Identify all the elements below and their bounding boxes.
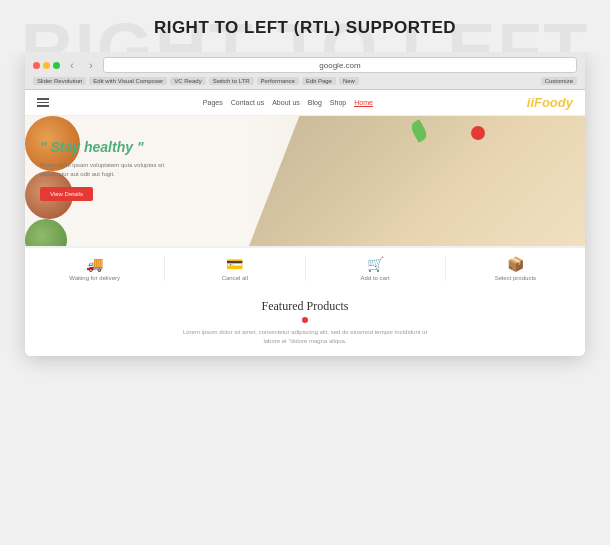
- nav-contact[interactable]: Contact us: [231, 99, 264, 107]
- feature-select-label: Select products: [495, 275, 536, 281]
- browser-mockup: ‹ › google.com Slider Revolution Edit wi…: [25, 52, 585, 356]
- toolbar-customize[interactable]: Customize: [541, 77, 577, 85]
- feature-cancel: 💳 Cancel all: [165, 256, 305, 281]
- feature-cart-label: Add to cart: [361, 275, 390, 281]
- toolbar-slider[interactable]: Slider Revolution: [33, 77, 86, 85]
- view-details-button[interactable]: View Details: [40, 187, 93, 201]
- feature-cancel-label: Cancel all: [222, 275, 248, 281]
- address-bar[interactable]: google.com: [103, 57, 577, 73]
- dot-green[interactable]: [53, 62, 60, 69]
- back-icon[interactable]: ‹: [65, 58, 79, 72]
- site-logo: iiFoody: [527, 95, 573, 110]
- nav-about[interactable]: About us: [272, 99, 300, 107]
- nav-blog[interactable]: Blog: [308, 99, 322, 107]
- tomato-decoration: [471, 126, 485, 140]
- nav-home[interactable]: Home: [354, 99, 373, 107]
- nav-shop[interactable]: Shop: [330, 99, 346, 107]
- featured-dot: [302, 317, 308, 323]
- features-bar: 🚚 Waiting for delivery 💳 Cancel all 🛒 Ad…: [25, 246, 585, 289]
- browser-dots: [33, 62, 60, 69]
- browser-chrome: ‹ › google.com Slider Revolution Edit wi…: [25, 52, 585, 90]
- browser-toolbar: Slider Revolution Edit with Visual Compo…: [33, 77, 577, 85]
- hamburger-line-2: [37, 102, 49, 104]
- feature-delivery: 🚚 Waiting for delivery: [25, 256, 165, 281]
- toolbar-vcready[interactable]: VC Ready: [170, 77, 205, 85]
- feature-select: 📦 Select products: [446, 256, 585, 281]
- site-nav: Pages Contact us About us Blog Shop Home…: [25, 90, 585, 116]
- logo-text: iFoody: [530, 95, 573, 110]
- delivery-icon: 🚚: [86, 256, 103, 272]
- hero-content: Stay healthy Nemo enim ipsam voluptatem …: [40, 138, 180, 201]
- cart-icon: 🛒: [367, 256, 384, 272]
- food-bowl-3: [25, 219, 67, 246]
- toolbar-switch[interactable]: Switch to LTR: [209, 77, 254, 85]
- nav-pages[interactable]: Pages: [203, 99, 223, 107]
- page-header: RIGHT TO LEFT RIGHT TO LEFT (RTL) SUPPOR…: [0, 0, 610, 52]
- hamburger-line-1: [37, 98, 49, 100]
- select-icon: 📦: [507, 256, 524, 272]
- toolbar-perf[interactable]: Performance: [257, 77, 299, 85]
- feature-delivery-label: Waiting for delivery: [69, 275, 120, 281]
- forward-icon[interactable]: ›: [84, 58, 98, 72]
- hero-quote: Stay healthy: [40, 138, 180, 156]
- featured-products-section: Featured Products Lorem ipsum dolor sit …: [25, 289, 585, 356]
- nav-links: Pages Contact us About us Blog Shop Home: [203, 99, 373, 107]
- hero-section: Stay healthy Nemo enim ipsam voluptatem …: [25, 116, 585, 246]
- page-title: RIGHT TO LEFT (RTL) SUPPORTED: [10, 18, 600, 38]
- featured-title: Featured Products: [45, 299, 565, 314]
- address-text: google.com: [319, 61, 360, 70]
- hamburger-line-3: [37, 105, 49, 107]
- dot-red[interactable]: [33, 62, 40, 69]
- hero-subtitle: Nemo enim ipsam voluptatem quia voluptas…: [40, 161, 180, 179]
- toolbar-new[interactable]: New: [339, 77, 359, 85]
- hamburger-icon[interactable]: [37, 98, 49, 107]
- toolbar-edit[interactable]: Edit Page: [302, 77, 336, 85]
- feature-cart: 🛒 Add to cart: [306, 256, 446, 281]
- dot-yellow[interactable]: [43, 62, 50, 69]
- featured-desc: Lorem ipsum dolor sit amet, consectetur …: [175, 328, 435, 346]
- toolbar-visual[interactable]: Edit with Visual Composer: [89, 77, 167, 85]
- cancel-icon: 💳: [226, 256, 243, 272]
